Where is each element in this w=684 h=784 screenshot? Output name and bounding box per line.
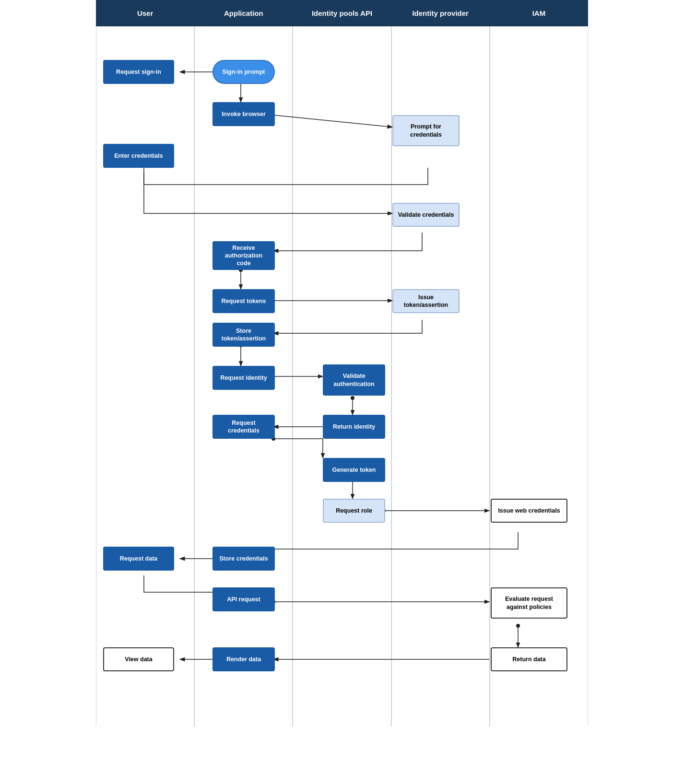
api-request-box: API request [212, 587, 275, 611]
request-role-box: Request role [323, 499, 385, 523]
validate-credentials-box: Validate credentials [392, 203, 460, 227]
header-identity-provider: Identity provider [391, 0, 490, 26]
lane-iam [490, 26, 588, 726]
validate-authentication-box: Validate authentication [323, 364, 385, 396]
header-user: User [96, 0, 194, 26]
header-iam: IAM [490, 0, 588, 26]
request-data-box: Request data [103, 547, 174, 571]
store-credentials-box: Store credentials [212, 547, 275, 571]
request-identity-box: Request identity [212, 366, 275, 390]
issue-token-assertion-box: Issue token/assertion [392, 289, 460, 313]
issue-web-credentials-box: Issue web credentials [491, 499, 567, 523]
header-application: Application [194, 0, 293, 26]
generate-token-box: Generate token [323, 458, 385, 482]
swimlanes: Request sign-in Enter credentials Reques… [96, 26, 588, 726]
signin-prompt-box: Sign-in prompt [212, 60, 275, 84]
invoke-browser-box: Invoke browser [212, 102, 275, 126]
evaluate-request-box: Evaluate request against policies [491, 587, 567, 619]
header-row: User Application Identity pools API Iden… [96, 0, 588, 26]
return-identity-box: Return identity [323, 415, 385, 439]
render-data-box: Render data [212, 647, 275, 671]
view-data-box: View data [103, 647, 174, 671]
request-credentials-box: Request credentials [212, 415, 275, 439]
request-signin-box: Request sign-in [103, 60, 174, 84]
return-data-box: Return data [491, 647, 567, 671]
lane-user [96, 26, 194, 726]
receive-auth-code-box: Receive authorization code [212, 241, 275, 270]
header-identity-pools: Identity pools API [293, 0, 391, 26]
prompt-credentials-box: Prompt for credentials [392, 115, 460, 146]
enter-credentials-box: Enter credentials [103, 144, 174, 168]
diagram-container: User Application Identity pools API Iden… [96, 0, 588, 746]
store-token-assertion-box: Store token/assertion [212, 323, 275, 347]
request-tokens-box: Request tokens [212, 289, 275, 313]
